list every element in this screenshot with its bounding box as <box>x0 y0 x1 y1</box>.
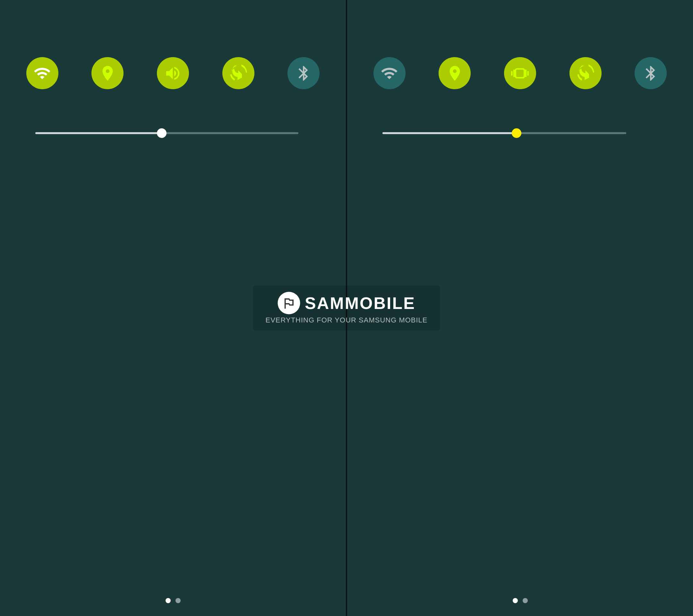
left-location-circle[interactable] <box>92 57 123 89</box>
right-brightness-fill <box>382 132 517 134</box>
sound-icon <box>164 64 182 82</box>
right-phone-panel: 17:14 Thu, 30 October ⚙ | ⊞ New Build Wi… <box>347 0 693 616</box>
right-wifi-circle[interactable] <box>373 57 405 89</box>
left-brightness-fill <box>35 132 162 134</box>
right-brightness-slider[interactable] <box>382 132 626 134</box>
right-wifi-icon <box>380 64 398 82</box>
right-bg <box>347 0 693 616</box>
left-phone-panel: Tue, 30 September ⚙ | ⊞ Old Build Wi-Fi <box>0 0 346 616</box>
wifi-icon <box>33 64 51 82</box>
right-page-dots <box>347 592 693 610</box>
left-rotation-circle[interactable] <box>222 57 254 89</box>
right-bluetooth-icon <box>642 64 660 82</box>
left-wifi-circle[interactable] <box>26 57 58 89</box>
right-dot-1 <box>513 598 518 603</box>
left-dot-1 <box>165 598 171 603</box>
left-bluetooth-circle[interactable] <box>288 57 320 89</box>
right-vibrate-circle[interactable] <box>504 57 536 89</box>
left-brightness-thumb <box>157 128 166 138</box>
bluetooth-icon <box>295 64 313 82</box>
right-rotation-icon <box>576 64 594 82</box>
location-icon <box>99 64 117 82</box>
left-page-dots <box>0 592 346 610</box>
left-bg <box>0 0 346 616</box>
right-location-circle[interactable] <box>439 57 471 89</box>
right-location-icon <box>446 64 463 82</box>
left-sound-circle[interactable] <box>157 57 189 89</box>
right-dot-2 <box>523 598 528 603</box>
rotation-icon <box>230 64 247 82</box>
right-bluetooth-circle[interactable] <box>635 57 667 89</box>
right-vibrate-icon <box>511 64 529 82</box>
right-rotation-circle[interactable] <box>570 57 601 89</box>
right-brightness-thumb <box>512 128 521 138</box>
left-dot-2 <box>176 598 181 603</box>
left-brightness-slider[interactable] <box>35 132 298 134</box>
